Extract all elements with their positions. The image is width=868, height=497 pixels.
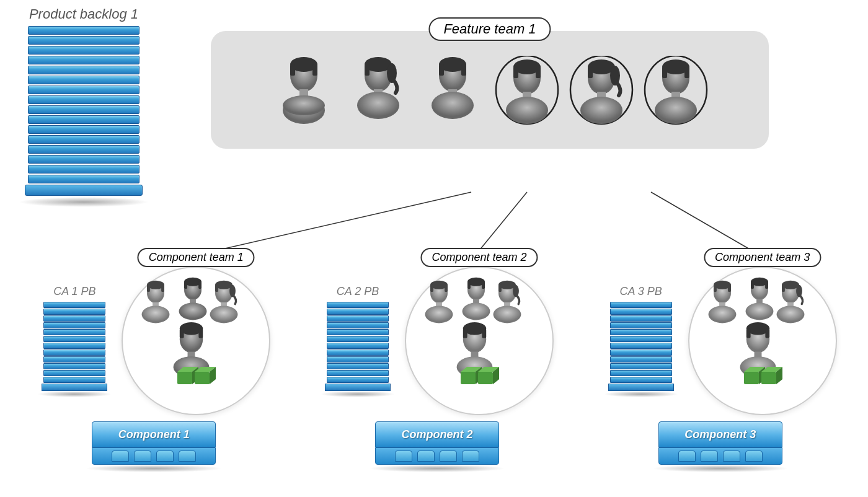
- svg-rect-48: [147, 285, 150, 292]
- ct1-circle-group: Component team 1: [122, 266, 270, 415]
- component-team-3-unit: CA 3 PB Component: [590, 242, 851, 472]
- product-backlog: Product backlog 1: [19, 6, 149, 207]
- ct2-stack: CA 2 PB: [321, 285, 395, 397]
- sl: [327, 370, 389, 376]
- sl: [327, 329, 389, 335]
- feature-team-label: Feature team 1: [428, 17, 551, 41]
- sl: [610, 363, 672, 369]
- stack-layer: [28, 46, 140, 55]
- ct3-persons-svg: [688, 266, 837, 415]
- svg-point-87: [494, 306, 521, 323]
- person-ft-1: [273, 56, 335, 130]
- stack-layer: [28, 105, 140, 114]
- component-team-2-unit: CA 2 PB Component: [307, 242, 567, 472]
- svg-rect-133: [761, 372, 776, 384]
- peg: [678, 451, 696, 462]
- sl: [610, 377, 672, 383]
- svg-rect-29: [536, 67, 541, 78]
- person-ft-6-circled: [645, 56, 707, 130]
- svg-point-63: [179, 302, 207, 320]
- stack-layer: [28, 76, 140, 84]
- svg-rect-43: [684, 67, 689, 78]
- component-team-1-unit: CA 1 PB C: [24, 242, 284, 472]
- sl: [327, 336, 389, 342]
- stack-layer: [28, 155, 140, 164]
- svg-rect-120: [751, 282, 754, 289]
- svg-point-111: [708, 306, 736, 323]
- svg-rect-73: [195, 372, 210, 384]
- sl: [610, 356, 672, 363]
- ct3-stack: CA 3 PB: [604, 285, 678, 397]
- svg-rect-9: [312, 64, 317, 76]
- ct3-component-label: Component 3: [658, 421, 782, 447]
- small-shadow: [604, 391, 678, 397]
- stack-layer: [28, 36, 140, 45]
- svg-rect-8: [290, 64, 295, 76]
- stack-base: [25, 185, 143, 196]
- svg-rect-61: [198, 282, 202, 289]
- ct3-inner: CA 3 PB Component: [604, 266, 837, 415]
- sl: [610, 322, 672, 328]
- product-backlog-label: Product backlog 1: [29, 6, 138, 22]
- ct1-backlog-label: CA 1 PB: [53, 285, 95, 298]
- svg-rect-96: [463, 328, 467, 338]
- ct2-component-block: Component 2: [369, 421, 505, 472]
- stack-layer: [28, 95, 140, 104]
- svg-rect-55: [215, 285, 218, 292]
- sl: [327, 309, 389, 315]
- sl: [43, 322, 105, 328]
- svg-rect-60: [184, 282, 187, 289]
- sl: [327, 356, 389, 363]
- svg-point-51: [142, 306, 170, 323]
- peg: [462, 451, 479, 462]
- svg-rect-121: [765, 282, 768, 289]
- product-backlog-stack: [19, 26, 149, 207]
- sl: [43, 315, 105, 322]
- stack-layer: [28, 165, 140, 174]
- peg: [440, 451, 457, 462]
- sl: [610, 315, 672, 322]
- sl: [327, 315, 389, 322]
- svg-rect-78: [430, 285, 433, 292]
- peg: [112, 451, 129, 462]
- svg-point-31: [506, 97, 548, 124]
- ct1-pegs: [92, 447, 216, 465]
- person-ft-3: [422, 56, 484, 130]
- comp-shadow: [652, 465, 789, 472]
- sl: [43, 356, 105, 363]
- ct3-pegs: [658, 447, 782, 465]
- sl: [610, 370, 672, 376]
- peg: [179, 451, 196, 462]
- svg-point-38: [580, 97, 622, 124]
- svg-rect-79: [445, 285, 448, 292]
- svg-rect-130: [744, 372, 759, 384]
- sl: [43, 350, 105, 356]
- sl: [43, 377, 105, 383]
- svg-rect-97: [482, 328, 486, 338]
- ct1-persons-svg: [122, 266, 270, 415]
- stack-layer: [28, 86, 140, 94]
- svg-point-24: [432, 92, 474, 119]
- ct2-pegs: [375, 447, 499, 465]
- sl: [327, 343, 389, 349]
- peg: [134, 451, 151, 462]
- svg-rect-67: [199, 328, 203, 338]
- sl: [610, 343, 672, 349]
- ct3-backlog-label: CA 3 PB: [619, 285, 662, 298]
- peg: [417, 451, 435, 462]
- small-base: [42, 384, 107, 391]
- stack-layer: [28, 145, 140, 154]
- sl: [43, 343, 105, 349]
- svg-rect-36: [588, 67, 593, 78]
- svg-rect-91: [482, 282, 485, 289]
- peg: [395, 451, 412, 462]
- ct3-component-block: Component 3: [652, 421, 789, 472]
- peg: [156, 451, 174, 462]
- sl: [610, 350, 672, 356]
- svg-point-81: [425, 306, 453, 323]
- comp-shadow: [86, 465, 222, 472]
- sl: [43, 370, 105, 376]
- ct1-component-block: Component 1: [86, 421, 222, 472]
- svg-point-123: [745, 302, 773, 320]
- svg-rect-22: [461, 64, 466, 76]
